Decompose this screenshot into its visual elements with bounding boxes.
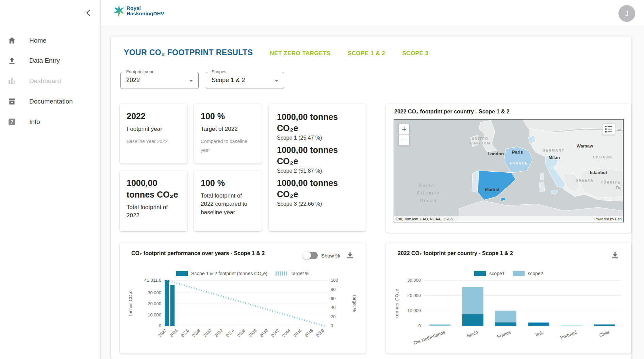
svg-text:60: 60 [331, 296, 335, 301]
download-button[interactable] [611, 250, 620, 260]
scope-3-row: 1000,00 tonnes CO₂e Scope 3 (22,66 %) [277, 177, 358, 207]
stat-label: Footprint year [127, 125, 181, 134]
scope-1-value: 1000,00 tonnes CO₂e [277, 111, 358, 134]
avatar-initial: J [625, 10, 629, 18]
svg-text:Italy: Italy [535, 330, 545, 338]
tab-net-zero-targets[interactable]: NET ZERO TARGETS [270, 50, 331, 57]
company-logo[interactable]: Royal HaskoningDHV [112, 3, 164, 19]
home-icon [7, 35, 17, 46]
stat-label: Total footprint of 2022 compared to base… [201, 192, 255, 217]
map-label-ocean: North [418, 183, 435, 188]
map-label-paris: Paris [512, 150, 523, 155]
sidebar-collapse-button[interactable] [83, 8, 93, 18]
plus-icon: + [402, 125, 407, 134]
scope-2-value: 1000,00 tonnes CO₂e [277, 144, 358, 167]
country-chart: 30.00020.00010.0000The NetherlandsSpainF… [390, 276, 628, 351]
legend-list-icon [605, 126, 612, 132]
svg-text:Atlantic: Atlantic [416, 190, 440, 196]
svg-text:Spain: Spain [466, 330, 479, 339]
scope-3-label: Scope 3 (22,66 %) [277, 201, 358, 207]
top-header: Royal HaskoningDHV J [101, 0, 644, 27]
legend-label-target: Target % [291, 271, 309, 276]
sidebar-item-label: Home [29, 37, 47, 44]
legend-label-footprint: Scope 1 & 2 footprint (tonnes CO₂e) [191, 271, 267, 276]
svg-text:41.311,6: 41.311,6 [144, 278, 161, 283]
legend-label-scope1: scope1 [489, 271, 505, 276]
svg-text:100: 100 [331, 278, 338, 283]
stat-label: Total footprint of 2022 [127, 203, 181, 220]
map-legend-button[interactable] [602, 124, 615, 135]
svg-text:2042: 2042 [270, 328, 280, 338]
map-zoom-in-button[interactable]: + [399, 124, 409, 135]
show-percent-toggle[interactable] [303, 252, 318, 259]
svg-text:France: France [496, 330, 512, 339]
user-avatar[interactable]: J [618, 5, 635, 22]
scope-1-row: 1000,00 tonnes CO₂e Scope 1 (25,47 %) [277, 111, 358, 141]
map-label-milan: Milan [548, 155, 560, 160]
scope-summary-card: 1000,00 tonnes CO₂e Scope 1 (25,47 %) 10… [269, 104, 366, 231]
svg-text:2024: 2024 [169, 328, 179, 338]
svg-text:0: 0 [331, 323, 333, 328]
scope-2-label: Scope 2 (51,87 %) [277, 168, 358, 174]
sidebar-item-data-entry[interactable]: Data Entry [0, 53, 100, 68]
stat-card-target: 100 % Target of 2022 Compared to baselin… [194, 104, 262, 163]
map-label-greece: GREECE [576, 178, 594, 182]
stat-value: 100 % [201, 177, 255, 189]
svg-text:2040: 2040 [259, 328, 269, 338]
svg-text:tonnes CO₂e: tonnes CO₂e [128, 291, 133, 316]
archive-icon [7, 96, 17, 107]
svg-text:30.000: 30.000 [148, 290, 161, 295]
sidebar-item-documentation[interactable]: Documentation [0, 94, 100, 109]
map-label-madrid: Madrid [485, 187, 500, 192]
performance-chart-title: CO₂ footprint performance over years - S… [131, 250, 265, 256]
stat-card-footprint-year: 2022 Footprint year Baseline Year 2022 [120, 104, 187, 163]
svg-text:30.000: 30.000 [407, 278, 421, 283]
sidebar-item-info[interactable]: ? Info [0, 114, 100, 129]
svg-text:2030: 2030 [202, 328, 213, 338]
scopes-select[interactable]: Scopes Scope 1 & 2 [206, 72, 284, 89]
stat-value: 100 % [201, 111, 255, 122]
legend-swatch-scope2 [513, 271, 525, 276]
europe-map[interactable]: UNITED KINGDOM GERMANY UKRAINE FRANCE IT… [394, 119, 624, 222]
minus-icon: − [402, 136, 407, 144]
tab-scope-3[interactable]: SCOPE 3 [402, 50, 428, 57]
legend-label-scope2: scope2 [528, 271, 543, 276]
stat-label: Target of 2022 [201, 125, 255, 134]
legend-swatch-target [276, 271, 287, 276]
sidebar-item-label: Data Entry [29, 57, 60, 64]
stat-card-total-footprint: 1000,00 tonnes CO₂e Total footprint of 2… [120, 171, 187, 231]
svg-text:2022: 2022 [158, 328, 168, 338]
map-card: 2022 CO₂ footprint per country - Scope 1… [386, 104, 631, 233]
svg-text:Portugal: Portugal [560, 330, 577, 340]
svg-text:KINGDOM: KINGDOM [469, 141, 491, 145]
map-attribution: Esri, TomTom, FAO, NOAA, USGS [396, 217, 453, 221]
footprint-year-value: 2022 [126, 77, 140, 84]
svg-text:0: 0 [418, 323, 421, 328]
svg-text:20.000: 20.000 [407, 293, 421, 298]
tab-bar: YOUR CO₂ FOOTPRINT RESULTS NET ZERO TARG… [124, 48, 428, 57]
download-icon [346, 250, 354, 259]
scope-3-value: 1000,00 tonnes CO₂e [277, 177, 358, 200]
svg-text:2044: 2044 [281, 328, 292, 338]
bar-chart-icon [7, 76, 17, 86]
sidebar-item-dashboard[interactable]: Dashboard [0, 74, 100, 89]
download-button[interactable] [346, 250, 355, 260]
svg-text:tonnes CO₂e: tonnes CO₂e [394, 288, 399, 317]
stat-card-total-vs-baseline: 100 % Total footprint of 2022 compared t… [194, 171, 262, 231]
scopes-value: Scope 1 & 2 [212, 77, 245, 84]
footprint-year-select[interactable]: Footprint year 2022 [120, 72, 199, 89]
dashboard-panel: YOUR CO₂ FOOTPRINT RESULTS NET ZERO TARG… [111, 36, 631, 359]
svg-text:Ocean: Ocean [419, 198, 437, 203]
sidebar-item-home[interactable]: Home [0, 33, 100, 48]
map-zoom-out-button[interactable]: − [399, 135, 409, 145]
tab-scope-1-2[interactable]: SCOPE 1 & 2 [348, 50, 385, 57]
map-title: 2022 CO₂ footprint per country - Scope 1… [394, 109, 510, 115]
logo-star-icon [112, 3, 126, 19]
svg-text:0: 0 [159, 323, 161, 328]
svg-text:10.000: 10.000 [407, 308, 421, 313]
question-icon: ? [7, 117, 17, 127]
svg-text:Target %: Target % [352, 294, 357, 312]
logo-text: Royal HaskoningDHV [127, 5, 164, 17]
map-label-united-kingdom: UNITED [472, 137, 488, 141]
scopes-label: Scopes [210, 69, 228, 74]
